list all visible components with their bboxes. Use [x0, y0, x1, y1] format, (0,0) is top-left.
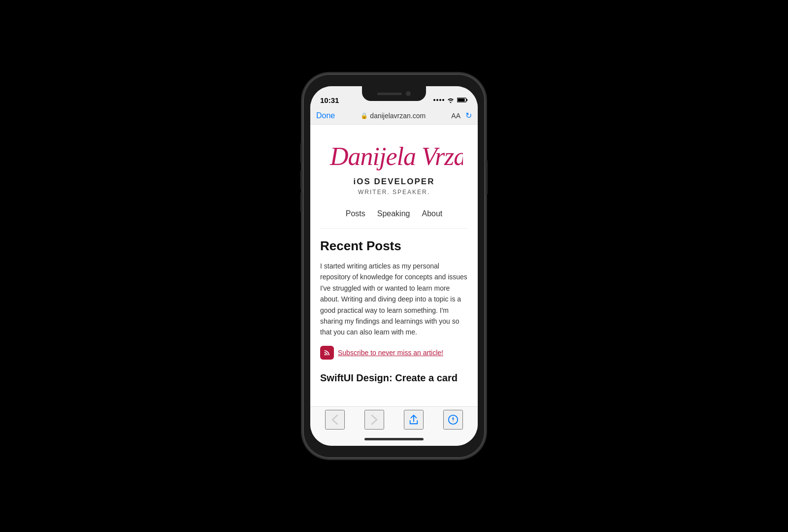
share-button[interactable]: [404, 410, 424, 430]
back-button[interactable]: [325, 410, 345, 430]
subscribe-link[interactable]: Subscribe to never miss an article!: [338, 349, 443, 357]
phone-screen: 10:31: [310, 86, 478, 446]
recent-posts-section: Recent Posts I started writing articles …: [310, 238, 478, 399]
phone-notch: [362, 86, 426, 101]
forward-arrow-icon: [371, 414, 378, 425]
rss-icon: [320, 346, 334, 360]
svg-point-0: [450, 102, 452, 103]
recent-posts-title: Recent Posts: [320, 238, 468, 254]
back-arrow-icon: [331, 414, 338, 425]
status-time: 10:31: [320, 96, 339, 104]
lock-icon: 🔒: [361, 112, 368, 119]
site-nav: Posts Speaking About: [320, 203, 468, 229]
browser-reload-button[interactable]: ↻: [465, 111, 472, 120]
article-title[interactable]: SwiftUI Design: Create a card: [320, 371, 468, 389]
content-area[interactable]: Danijela Vrzan iOS DEVELOPER WRITER. SPE…: [310, 125, 478, 406]
signal-dots-icon: [433, 99, 444, 101]
browser-actions: AA ↻: [451, 111, 472, 120]
front-camera: [406, 91, 411, 96]
browser-bar[interactable]: Done 🔒 danijelavrzan.com AA ↻: [310, 108, 478, 125]
bottom-toolbar: [310, 406, 478, 432]
browser-done-button[interactable]: Done: [316, 111, 335, 120]
url-text: danijelavrzan.com: [370, 112, 426, 120]
status-icons: [433, 97, 468, 103]
site-logo-svg: Danijela Vrzan: [325, 134, 463, 174]
site-subtitle: iOS DEVELOPER: [320, 177, 468, 187]
svg-rect-2: [466, 99, 467, 101]
svg-text:Danijela Vrzan: Danijela Vrzan: [329, 142, 463, 170]
share-icon: [409, 414, 419, 425]
site-tagline: WRITER. SPEAKER.: [320, 189, 468, 196]
nav-speaking-link[interactable]: Speaking: [377, 209, 410, 218]
posts-description: I started writing articles as my persona…: [320, 261, 468, 338]
home-indicator: [310, 432, 478, 446]
website-header: Danijela Vrzan iOS DEVELOPER WRITER. SPE…: [310, 125, 478, 238]
nav-about-link[interactable]: About: [422, 209, 442, 218]
subscribe-row[interactable]: Subscribe to never miss an article!: [320, 346, 468, 360]
rss-symbol: [323, 349, 331, 357]
svg-rect-3: [458, 99, 464, 101]
site-logo-container: Danijela Vrzan: [320, 134, 468, 174]
browser-url-bar[interactable]: 🔒 danijelavrzan.com: [361, 112, 426, 120]
speaker-grill: [377, 93, 402, 95]
browser-aa-button[interactable]: AA: [451, 112, 460, 120]
forward-button[interactable]: [364, 410, 384, 430]
wifi-icon: [447, 97, 455, 103]
compass-icon: [448, 414, 459, 425]
nav-posts-link[interactable]: Posts: [346, 209, 365, 218]
home-bar: [364, 438, 424, 440]
svg-marker-7: [452, 419, 454, 423]
phone-device: 10:31: [303, 74, 485, 458]
battery-icon: [457, 97, 468, 103]
compass-button[interactable]: [443, 410, 463, 430]
